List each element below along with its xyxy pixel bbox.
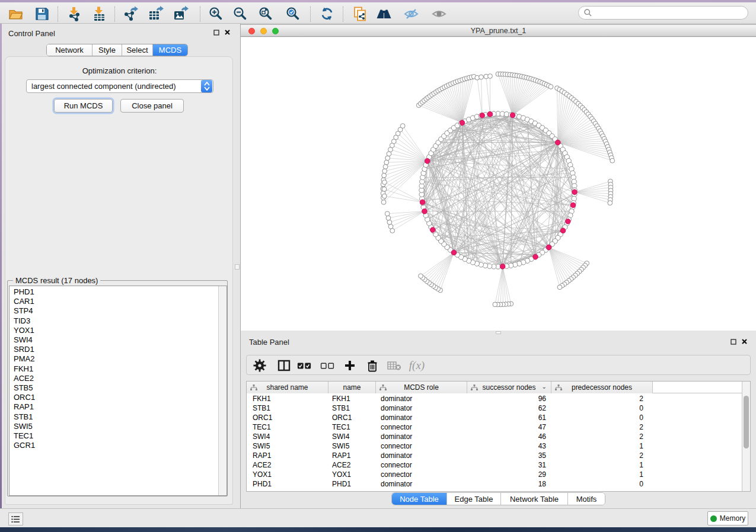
optimization-criterion-select[interactable]: largest connected component (undirected) (26, 79, 213, 93)
table-cell: ORC1 (247, 414, 328, 422)
mcds-result-item[interactable]: STB5 (9, 383, 227, 393)
column-header-MCDS-role[interactable]: MCDS role (376, 382, 467, 393)
network-window-title: YPA_prune.txt_1 (241, 27, 756, 35)
network-graph (241, 37, 756, 331)
column-header-name[interactable]: name (328, 382, 376, 393)
split-panel-icon[interactable] (277, 358, 291, 373)
mcds-result-item[interactable]: SWI4 (9, 335, 227, 345)
tab-mcds[interactable]: MCDS (153, 44, 187, 56)
memory-status-dot (710, 515, 717, 522)
table-cell: 46 (467, 432, 551, 441)
toolbar-separator (343, 7, 343, 22)
horizontal-splitter-handle[interactable] (496, 331, 501, 334)
tab-style[interactable]: Style (92, 44, 122, 56)
mcds-result-item[interactable]: TID3 (9, 316, 227, 326)
mcds-result-item[interactable]: ACE2 (9, 374, 227, 383)
mcds-result-item[interactable]: ORC1 (9, 393, 227, 402)
table-row[interactable]: TEC1TEC1connector472 (247, 422, 742, 432)
tab-network[interactable]: Network (47, 44, 92, 56)
mcds-result-item[interactable]: STB1 (9, 412, 227, 422)
table-row[interactable]: PHD1PHD1dominator180 (247, 479, 742, 489)
close-panel-icon[interactable] (741, 338, 748, 345)
export-table-icon[interactable] (148, 6, 164, 22)
mcds-result-item[interactable]: SWI5 (9, 422, 227, 431)
mcds-result-item[interactable]: SRD1 (9, 345, 227, 354)
mcds-result-item[interactable]: GCR1 (9, 441, 227, 450)
table-cell: dominator (376, 432, 467, 441)
mcds-list-scrollbar[interactable] (218, 286, 227, 495)
table-scrollbar[interactable] (742, 382, 750, 491)
float-panel-icon[interactable] (731, 339, 736, 345)
table-row[interactable]: FKH1FKH1dominator962 (247, 394, 742, 403)
toolbar-separator (114, 7, 115, 22)
zoom-in-icon[interactable] (208, 6, 224, 22)
table-row[interactable]: YOX1YOX1connector291 (247, 470, 742, 479)
column-header-successor-nodes[interactable]: successor nodes⌄ (467, 382, 551, 393)
mcds-result-list[interactable]: PHD1CAR1STP4TID3YOX1SWI4SRD1PMA2FKH1ACE2… (9, 286, 227, 496)
mcds-result-item[interactable]: PMA2 (9, 354, 227, 364)
table-row[interactable]: ORC1ORC1dominator610 (247, 413, 742, 422)
tab-edge-table[interactable]: Edge Table (447, 493, 501, 505)
search-input[interactable] (578, 6, 748, 20)
mcds-result-item[interactable]: YOX1 (9, 326, 227, 335)
table-settings-icon[interactable] (253, 358, 267, 373)
status-bar: Memory (0, 508, 756, 527)
zoom-fit-icon[interactable] (257, 6, 273, 22)
float-panel-icon[interactable] (213, 30, 219, 36)
delete-table-icon[interactable] (387, 358, 401, 373)
table-row[interactable]: SWI5SWI5connector431 (247, 441, 742, 451)
close-panel-button[interactable]: Close panel (120, 99, 184, 113)
tab-network-table[interactable]: Network Table (501, 493, 568, 505)
mcds-result-item[interactable]: RAP1 (9, 402, 227, 412)
table-cell: 47 (467, 423, 551, 431)
vertical-splitter-handle[interactable] (235, 264, 240, 270)
run-mcds-button[interactable]: Run MCDS (54, 99, 113, 113)
desktop-bottom-strip (0, 527, 756, 532)
network-view[interactable] (241, 37, 756, 331)
mcds-result-item[interactable]: FKH1 (9, 364, 227, 374)
table-toolbar: f(x) (246, 355, 751, 375)
column-header-shared-name[interactable]: shared name (247, 382, 328, 393)
delete-column-icon[interactable] (365, 358, 379, 373)
toolbar-separator (200, 7, 200, 22)
table-row[interactable]: RAP1RAP1dominator352 (247, 451, 742, 460)
table-row[interactable]: ACE2ACE2connector311 (247, 460, 742, 470)
mcds-result-item[interactable]: PHD1 (9, 287, 227, 297)
table-row[interactable]: STB1STB1dominator620 (247, 403, 742, 413)
export-network-icon[interactable] (123, 6, 139, 22)
deselect-all-icon[interactable] (320, 358, 334, 373)
mcds-result-item[interactable]: STP4 (9, 306, 227, 316)
table-cell: ORC1 (328, 414, 376, 422)
binoculars-icon[interactable] (376, 6, 392, 22)
hide-graphics-icon[interactable] (403, 6, 419, 22)
zoom-selected-icon[interactable] (285, 6, 301, 22)
table-cell: connector (376, 470, 467, 479)
mcds-result-item[interactable]: TEC1 (9, 431, 227, 441)
zoom-out-icon[interactable] (232, 6, 248, 22)
export-image-icon[interactable] (173, 6, 189, 22)
import-network-icon[interactable] (66, 6, 82, 22)
table-cell: dominator (376, 451, 467, 460)
show-graphics-icon[interactable] (431, 6, 447, 22)
tab-motifs[interactable]: Motifs (568, 493, 605, 505)
memory-button[interactable]: Memory (707, 511, 748, 525)
column-header-predecessor-nodes[interactable]: predecessor nodes (551, 382, 653, 393)
mcds-result-group: MCDS result (17 nodes) PHD1CAR1STP4TID3Y… (7, 280, 228, 496)
close-panel-icon[interactable] (224, 29, 231, 36)
save-icon[interactable] (34, 6, 50, 22)
share-document-icon[interactable] (352, 6, 368, 22)
toolbar-separator (58, 7, 58, 22)
select-all-icon[interactable] (297, 358, 311, 373)
panel-menu-button[interactable] (8, 512, 23, 525)
memory-label: Memory (720, 514, 745, 523)
table-row[interactable]: SWI4SWI4dominator462 (247, 432, 742, 441)
table-cell: SWI4 (328, 432, 376, 441)
add-column-icon[interactable] (343, 358, 357, 373)
import-table-icon[interactable] (91, 6, 107, 22)
open-folder-icon[interactable] (8, 6, 24, 22)
tab-select[interactable]: Select (122, 44, 153, 56)
refresh-icon[interactable] (319, 6, 335, 22)
mcds-result-item[interactable]: CAR1 (9, 297, 227, 306)
table-scrollbar-thumb[interactable] (744, 396, 749, 448)
tab-node-table[interactable]: Node Table (392, 493, 447, 505)
